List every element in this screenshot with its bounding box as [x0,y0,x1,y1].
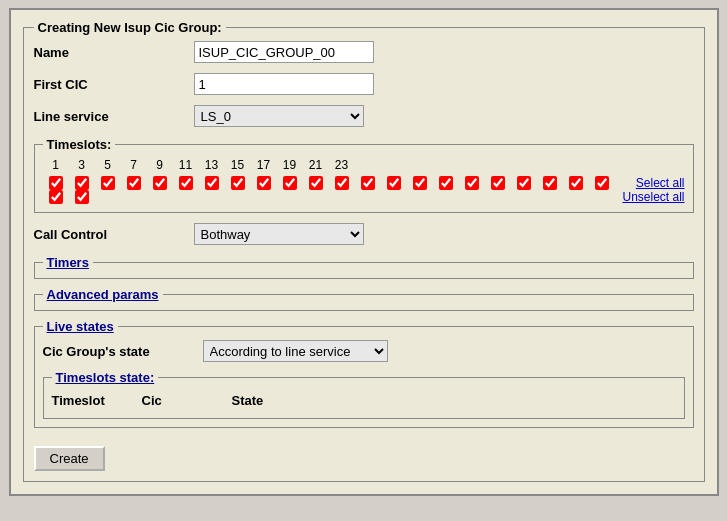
timeslot-checkbox-wrapper-1 [69,176,95,190]
timeslot-checkbox-18[interactable] [517,176,531,190]
name-row: Name [34,41,694,63]
timeslot-checkbox-4[interactable] [153,176,167,190]
line-service-row: Line service LS_0LS_1LS_2 [34,105,694,127]
timeslot-checkbox-21[interactable] [595,176,609,190]
timeslot-checkbox-2[interactable] [101,176,115,190]
cic-group-state-row: Cic Group's state According to line serv… [43,340,685,362]
timeslot-checkbox-wrapper-22 [43,190,69,204]
timeslot-checkbox-20[interactable] [569,176,583,190]
timeslot-checkbox-17[interactable] [491,176,505,190]
timeslot-checkbox-10[interactable] [309,176,323,190]
timeslot-checkbox-wrapper-2 [95,176,121,190]
timeslot-checkbox-wrapper-8 [251,176,277,190]
advanced-params-fieldset: Advanced params [34,287,694,311]
timeslot-checkbox-19[interactable] [543,176,557,190]
timeslot-checkbox-wrapper-0 [43,176,69,190]
timeslot-checkbox-wrapper-19 [537,176,563,190]
call-control-row: Call Control BothwayOriginatingTerminati… [34,223,694,245]
timers-legend[interactable]: Timers [43,255,93,270]
outer-fieldset: Creating New Isup Cic Group: Name First … [23,20,705,482]
live-states-legend[interactable]: Live states [43,319,118,334]
create-button[interactable]: Create [34,446,105,471]
timeslot-checkbox-12[interactable] [361,176,375,190]
timeslot-checkbox-23[interactable] [75,190,89,204]
col-timeslot-header: Timeslot [52,393,112,408]
timeslot-checkbox-11[interactable] [335,176,349,190]
first-cic-row: First CIC [34,73,694,95]
timeslots-state-legend: Timeslots state: [52,370,159,385]
line-service-label: Line service [34,109,194,124]
timeslot-checkbox-wrapper-13 [381,176,407,190]
name-label: Name [34,45,194,60]
timeslot-checkbox-wrapper-21 [589,176,615,190]
timeslot-checkbox-0[interactable] [49,176,63,190]
main-container: Creating New Isup Cic Group: Name First … [9,8,719,496]
timeslot-numbers-row: 1357911131517192123 [43,158,685,172]
timeslot-checkbox-8[interactable] [257,176,271,190]
timers-fieldset: Timers [34,255,694,279]
call-control-select[interactable]: BothwayOriginatingTerminating [194,223,364,245]
live-states-fieldset: Live states Cic Group's state According … [34,319,694,428]
timeslot-checkbox-5[interactable] [179,176,193,190]
timeslot-checkbox-wrapper-10 [303,176,329,190]
timeslot-checkbox-wrapper-20 [563,176,589,190]
first-cic-label: First CIC [34,77,194,92]
first-cic-input[interactable] [194,73,374,95]
timeslot-checkbox-13[interactable] [387,176,401,190]
timeslot-checkbox-6[interactable] [205,176,219,190]
timeslot-checkbox-wrapper-17 [485,176,511,190]
timeslot-checkbox-wrapper-15 [433,176,459,190]
timeslots-fieldset: Timeslots: 1357911131517192123 Select al… [34,137,694,213]
timeslot-checkbox-wrapper-23 [69,190,95,204]
timeslot-checkbox-15[interactable] [439,176,453,190]
timeslots-legend: Timeslots: [43,137,116,152]
timeslot-checkbox-wrapper-4 [147,176,173,190]
select-all-link[interactable]: Select all [636,176,685,190]
timeslot-checkbox-7[interactable] [231,176,245,190]
line-service-select[interactable]: LS_0LS_1LS_2 [194,105,364,127]
timeslot-checkbox-1[interactable] [75,176,89,190]
timeslot-checks-inner [43,176,623,204]
col-state-header: State [232,393,292,408]
cic-group-state-label: Cic Group's state [43,344,203,359]
timeslot-checkbox-9[interactable] [283,176,297,190]
timeslot-checkbox-wrapper-6 [199,176,225,190]
name-input[interactable] [194,41,374,63]
col-cic-header: Cic [142,393,202,408]
timeslot-checkbox-wrapper-18 [511,176,537,190]
call-control-label: Call Control [34,227,194,242]
timeslot-checkbox-wrapper-5 [173,176,199,190]
timeslots-state-header: Timeslot Cic State [52,389,676,410]
form-title: Creating New Isup Cic Group: [34,20,226,35]
timeslot-checkbox-wrapper-7 [225,176,251,190]
timeslot-checkbox-wrapper-3 [121,176,147,190]
cic-group-state-select[interactable]: According to line serviceActiveInactive [203,340,388,362]
unselect-all-link[interactable]: Unselect all [622,190,684,204]
timeslot-checkbox-wrapper-16 [459,176,485,190]
advanced-params-legend[interactable]: Advanced params [43,287,163,302]
timeslot-checkbox-wrapper-9 [277,176,303,190]
timeslot-checks-row: Select all Unselect all [43,176,685,204]
timeslot-checkbox-3[interactable] [127,176,141,190]
timeslot-checkbox-14[interactable] [413,176,427,190]
select-links: Select all Unselect all [622,176,684,204]
timeslot-checkbox-22[interactable] [49,190,63,204]
timeslot-checkbox-16[interactable] [465,176,479,190]
timeslot-checkbox-wrapper-14 [407,176,433,190]
timeslots-state-fieldset: Timeslots state: Timeslot Cic State [43,370,685,419]
timeslot-checkbox-wrapper-12 [355,176,381,190]
timeslot-checkbox-wrapper-11 [329,176,355,190]
